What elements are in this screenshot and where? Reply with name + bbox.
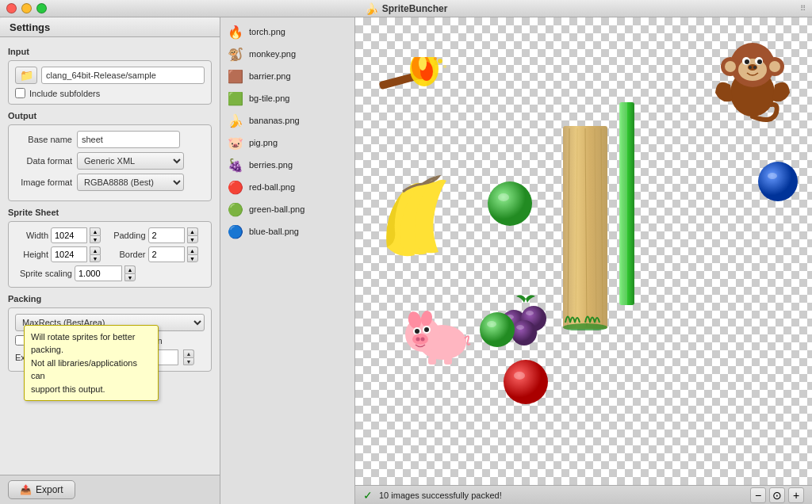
list-item[interactable]: 🐷 pig.png [220, 132, 354, 154]
height-up[interactable]: ▲ [90, 246, 101, 254]
svg-point-40 [415, 329, 419, 334]
list-item[interactable]: 🍌 bananas.png [220, 109, 354, 132]
height-input[interactable] [51, 246, 87, 262]
banana-sprite [371, 168, 474, 263]
export-button[interactable]: 📤 Export [8, 480, 75, 499]
file-list-panel: 🔥 torch.png 🐒 monkey.png 🟫 barrier.png 🟩… [220, 17, 355, 504]
svg-point-34 [768, 173, 777, 179]
list-item[interactable]: 🔴 red-ball.png [220, 176, 354, 198]
file-type-icon: 🍇 [227, 156, 244, 174]
padding-spinner[interactable]: ▲ ▼ [187, 227, 198, 243]
file-type-icon: 🔵 [227, 223, 244, 240]
base-name-input[interactable] [77, 131, 180, 148]
settings-tab[interactable]: Settings [0, 17, 220, 37]
svg-point-42 [424, 327, 429, 332]
list-item[interactable]: 🟢 green-ball.png [220, 198, 354, 220]
border-spinner[interactable]: ▲ ▼ [187, 246, 198, 262]
titlebar: 🍌 SpriteBuncher ⠿ [0, 0, 812, 17]
scaling-spinner[interactable]: ▲ ▼ [124, 265, 136, 281]
packing-section-label: Packing [8, 294, 212, 304]
width-down[interactable]: ▼ [90, 235, 101, 243]
svg-rect-32 [622, 102, 627, 305]
data-format-label: Data format [15, 156, 72, 166]
svg-point-56 [504, 360, 548, 404]
width-up[interactable]: ▲ [90, 227, 101, 235]
height-spinner[interactable]: ▲ ▼ [90, 246, 101, 262]
list-item[interactable]: 🔥 torch.png [220, 21, 354, 43]
main-container: Settings Input 📁 Include subfolders Outp… [0, 17, 812, 504]
file-type-icon: 🔴 [227, 178, 244, 196]
list-item[interactable]: 🟫 barrier.png [220, 65, 354, 87]
close-button[interactable] [6, 3, 17, 13]
red-ball-sprite [502, 358, 550, 406]
zoom-in-button[interactable]: + [788, 487, 804, 503]
extrude-spinner[interactable]: ▲ ▼ [183, 349, 194, 365]
status-bar: ✓ 10 images successfully packed! − ⊙ + [355, 485, 812, 504]
file-name: bg-tile.png [249, 94, 289, 103]
file-type-icon: 🔥 [227, 23, 244, 40]
folder-input-row: 📁 [15, 67, 205, 84]
file-name: red-ball.png [249, 182, 295, 192]
output-section: Base name Data format Generic XML Cocos2… [8, 124, 212, 201]
file-name: berries.png [249, 160, 293, 170]
folder-path-input[interactable] [41, 67, 205, 84]
border-up[interactable]: ▲ [187, 246, 198, 254]
extrude-up[interactable]: ▲ [183, 349, 194, 357]
data-format-row: Data format Generic XML Cocos2D JSON YAM… [15, 152, 205, 170]
tooltip-line2: packing. [31, 345, 63, 354]
data-format-select[interactable]: Generic XML Cocos2D JSON YAML [77, 152, 184, 170]
list-item[interactable]: 🔵 blue-ball.png [220, 220, 354, 242]
scaling-up[interactable]: ▲ [124, 265, 136, 273]
height-down[interactable]: ▼ [90, 254, 101, 262]
maximize-button[interactable] [36, 3, 47, 13]
file-type-icon: 🍌 [227, 112, 244, 129]
list-item[interactable]: 🐒 monkey.png [220, 43, 354, 65]
svg-point-5 [438, 59, 442, 63]
svg-point-53 [516, 325, 524, 330]
extrude-down[interactable]: ▼ [183, 357, 194, 365]
export-icon: 📤 [20, 484, 32, 495]
image-format-label: Image format [15, 178, 72, 187]
border-row: Border ▲ ▼ [113, 246, 205, 262]
window-controls[interactable] [6, 3, 47, 13]
image-format-select[interactable]: RGBA8888 (Best) RGBA4444 RGB888 PNG [77, 174, 184, 191]
tooltip-line1: Will rotate sprites for better [31, 332, 135, 342]
include-subfolders-label: Include subfolders [29, 89, 100, 98]
sprite-sheet-section-label: Sprite Sheet [8, 208, 212, 217]
file-name: blue-ball.png [249, 227, 299, 236]
list-item[interactable]: 🍇 berries.png [220, 154, 354, 176]
folder-browse-button[interactable]: 📁 [15, 67, 37, 84]
minimize-button[interactable] [21, 3, 32, 13]
svg-point-55 [487, 321, 496, 327]
list-item[interactable]: 🟩 bg-tile.png [220, 87, 354, 109]
border-label: Border [113, 250, 146, 259]
file-name: pig.png [249, 138, 278, 147]
zoom-fit-button[interactable]: ⊙ [769, 487, 785, 503]
padding-down[interactable]: ▼ [187, 235, 198, 243]
svg-point-54 [480, 312, 515, 347]
zoom-out-button[interactable]: − [750, 487, 766, 503]
width-spinner[interactable]: ▲ ▼ [90, 227, 101, 243]
padding-up[interactable]: ▲ [187, 227, 198, 235]
app-icon: 🍌 [365, 2, 378, 15]
green-ball-large-sprite [486, 180, 534, 227]
preview-panel: ✓ 10 images successfully packed! − ⊙ + [355, 17, 812, 504]
image-format-row: Image format RGBA8888 (Best) RGBA4444 RG… [15, 174, 205, 191]
svg-point-7 [443, 65, 446, 68]
padding-input[interactable] [148, 227, 185, 243]
bottom-bar: 📤 Export [0, 475, 220, 504]
border-input[interactable] [148, 246, 185, 262]
sprite-scaling-input[interactable] [75, 265, 122, 281]
scaling-down[interactable]: ▼ [124, 273, 136, 281]
svg-point-52 [526, 311, 534, 315]
width-input[interactable] [51, 227, 87, 243]
svg-point-43 [412, 334, 428, 345]
torch-sprite [375, 57, 446, 93]
width-label: Width [15, 231, 48, 240]
export-label: Export [36, 484, 63, 495]
status-check-icon: ✓ [363, 489, 373, 502]
sprite-scaling-label: Sprite scaling [15, 269, 72, 278]
border-down[interactable]: ▼ [187, 254, 198, 262]
include-subfolders-checkbox[interactable] [15, 88, 25, 98]
output-section-label: Output [8, 111, 212, 120]
